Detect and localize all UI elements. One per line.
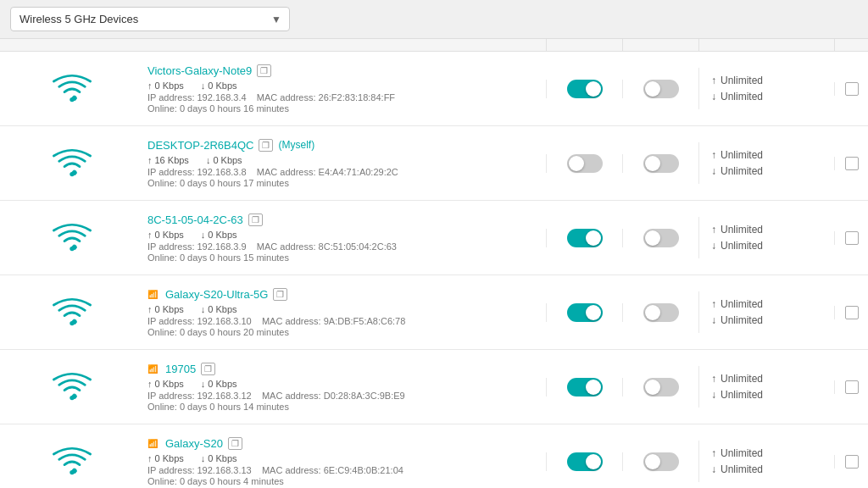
speed-values-cell: ↑ Unlimited ↓ Unlimited bbox=[698, 291, 834, 333]
internet-access-toggle[interactable] bbox=[567, 154, 603, 173]
device-name-link[interactable]: 19705 bbox=[165, 363, 196, 375]
device-name-row: Victors-Galaxy-Note9 ❐ bbox=[147, 64, 537, 77]
limit-rate-toggle[interactable] bbox=[643, 303, 679, 322]
download-arrow-icon: ↓ bbox=[201, 379, 206, 389]
device-edit-icon[interactable]: ❐ bbox=[228, 437, 242, 450]
upload-arrow-icon: ↑ bbox=[147, 155, 153, 165]
device-stats: ↑ 0 Kbps ↓ 0 Kbps bbox=[147, 304, 537, 314]
row-edit-cell bbox=[834, 157, 868, 170]
device-edit-icon[interactable]: ❐ bbox=[201, 363, 215, 375]
upload-stat: ↑ 0 Kbps bbox=[147, 379, 184, 389]
table-row: 📶Galaxy-S20-Ultra-5G ❐ ↑ 0 Kbps ↓ 0 Kbps… bbox=[0, 275, 868, 350]
internet-access-toggle[interactable] bbox=[567, 303, 603, 322]
speed-down-value: Unlimited bbox=[721, 91, 763, 103]
internet-access-toggle[interactable] bbox=[567, 378, 603, 396]
speed-values-cell: ↑ Unlimited ↓ Unlimited bbox=[698, 68, 834, 109]
internet-access-toggle[interactable] bbox=[567, 452, 603, 471]
limit-rate-toggle[interactable] bbox=[643, 154, 679, 173]
row-edit-cell bbox=[834, 231, 868, 245]
row-select-checkbox[interactable] bbox=[845, 82, 859, 96]
upload-arrow-icon: ↑ bbox=[147, 304, 153, 314]
speed-up-row: ↑ Unlimited bbox=[711, 447, 822, 459]
speed-values-cell: ↑ Unlimited ↓ Unlimited bbox=[698, 441, 834, 482]
svg-point-3 bbox=[70, 320, 74, 324]
device-wifi-icon bbox=[0, 438, 144, 485]
speed-down-arrow-icon: ↓ bbox=[711, 314, 716, 326]
svg-point-4 bbox=[70, 395, 74, 399]
row-select-checkbox[interactable] bbox=[845, 231, 859, 245]
speed-down-arrow-icon: ↓ bbox=[711, 463, 716, 475]
device-wifi-icon bbox=[0, 214, 144, 262]
device-name-row: DESKTOP-2R6B4QC ❐ (Myself) bbox=[147, 139, 537, 152]
speed-down-value: Unlimited bbox=[721, 389, 763, 401]
limit-rate-toggle[interactable] bbox=[643, 80, 679, 98]
device-name-row: 📶19705 ❐ bbox=[147, 363, 537, 375]
device-online-time: Online: 0 days 0 hours 15 minutes bbox=[147, 252, 537, 263]
speed-up-row: ↑ Unlimited bbox=[711, 224, 822, 236]
row-select-checkbox[interactable] bbox=[845, 455, 859, 469]
speed-up-value: Unlimited bbox=[721, 298, 763, 310]
device-name-link[interactable]: DESKTOP-2R6B4QC bbox=[147, 139, 253, 152]
speed-up-value: Unlimited bbox=[721, 224, 763, 236]
device-ip: IP address: 192.168.3.9 MAC address: 8C:… bbox=[147, 241, 537, 252]
speed-up-value: Unlimited bbox=[721, 75, 763, 86]
myself-label: (Myself) bbox=[278, 139, 314, 151]
device-name-link[interactable]: 8C-51-05-04-2C-63 bbox=[147, 214, 243, 226]
device-name-link[interactable]: Galaxy-S20 bbox=[165, 437, 223, 450]
row-select-checkbox[interactable] bbox=[845, 380, 859, 394]
device-stats: ↑ 0 Kbps ↓ 0 Kbps bbox=[147, 379, 537, 389]
svg-point-2 bbox=[70, 246, 74, 250]
speed-down-row: ↓ Unlimited bbox=[711, 165, 822, 177]
wifi-small-icon: 📶 bbox=[147, 364, 158, 374]
device-edit-icon[interactable]: ❐ bbox=[273, 288, 287, 301]
speed-up-arrow-icon: ↑ bbox=[711, 447, 716, 459]
speed-down-value: Unlimited bbox=[721, 240, 763, 252]
device-stats: ↑ 16 Kbps ↓ 0 Kbps bbox=[147, 155, 537, 165]
device-wifi-icon bbox=[0, 289, 144, 336]
device-type-select[interactable]: Wireless 5 GHz DevicesWireless 2.4 GHz D… bbox=[10, 7, 290, 31]
device-name-row: 8C-51-05-04-2C-63 ❐ bbox=[147, 214, 537, 226]
wifi-small-icon: 📶 bbox=[147, 439, 158, 448]
internet-access-cell bbox=[546, 80, 622, 98]
device-wifi-icon bbox=[0, 363, 144, 411]
device-edit-icon[interactable]: ❐ bbox=[257, 64, 271, 77]
speed-up-arrow-icon: ↑ bbox=[711, 373, 716, 385]
device-online-time: Online: 0 days 0 hours 20 minutes bbox=[147, 327, 537, 337]
limit-rate-toggle[interactable] bbox=[643, 229, 679, 247]
speed-down-row: ↓ Unlimited bbox=[711, 389, 822, 401]
row-select-checkbox[interactable] bbox=[845, 306, 859, 319]
device-name-link[interactable]: Victors-Galaxy-Note9 bbox=[147, 64, 252, 77]
svg-point-5 bbox=[70, 469, 74, 474]
speed-up-arrow-icon: ↑ bbox=[711, 75, 716, 86]
device-online-time: Online: 0 days 0 hours 4 minutes bbox=[147, 476, 537, 486]
device-info: DESKTOP-2R6B4QC ❐ (Myself) ↑ 16 Kbps ↓ 0… bbox=[144, 132, 546, 195]
limit-rate-cell bbox=[622, 229, 698, 247]
speed-down-row: ↓ Unlimited bbox=[711, 314, 822, 326]
speed-down-row: ↓ Unlimited bbox=[711, 240, 822, 252]
internet-access-toggle[interactable] bbox=[567, 80, 603, 98]
device-edit-icon[interactable]: ❐ bbox=[259, 139, 273, 152]
device-online-time: Online: 0 days 0 hours 16 minutes bbox=[147, 103, 537, 114]
device-name-link[interactable]: Galaxy-S20-Ultra-5G bbox=[165, 288, 268, 301]
speed-up-value: Unlimited bbox=[721, 373, 763, 385]
speed-up-row: ↑ Unlimited bbox=[711, 373, 822, 385]
upload-stat: ↑ 0 Kbps bbox=[147, 230, 184, 240]
device-stats: ↑ 0 Kbps ↓ 0 Kbps bbox=[147, 230, 537, 240]
device-table: Victors-Galaxy-Note9 ❐ ↑ 0 Kbps ↓ 0 Kbps… bbox=[0, 52, 868, 488]
row-select-checkbox[interactable] bbox=[845, 157, 859, 170]
download-arrow-icon: ↓ bbox=[206, 155, 211, 165]
internet-access-cell bbox=[546, 154, 622, 173]
limit-rate-toggle[interactable] bbox=[643, 452, 679, 471]
download-stat: ↓ 0 Kbps bbox=[201, 379, 237, 389]
row-edit-cell bbox=[834, 455, 868, 469]
device-edit-icon[interactable]: ❐ bbox=[248, 214, 263, 226]
speed-down-value: Unlimited bbox=[721, 165, 763, 177]
download-stat: ↓ 0 Kbps bbox=[201, 80, 237, 91]
download-stat: ↓ 0 Kbps bbox=[201, 304, 237, 314]
internet-access-cell bbox=[546, 378, 622, 396]
device-ip: IP address: 192.168.3.12 MAC address: D0… bbox=[147, 391, 537, 401]
internet-access-cell bbox=[546, 229, 622, 247]
page-wrapper: Wireless 5 GHz DevicesWireless 2.4 GHz D… bbox=[0, 0, 868, 488]
limit-rate-toggle[interactable] bbox=[643, 378, 679, 396]
internet-access-toggle[interactable] bbox=[567, 229, 603, 247]
